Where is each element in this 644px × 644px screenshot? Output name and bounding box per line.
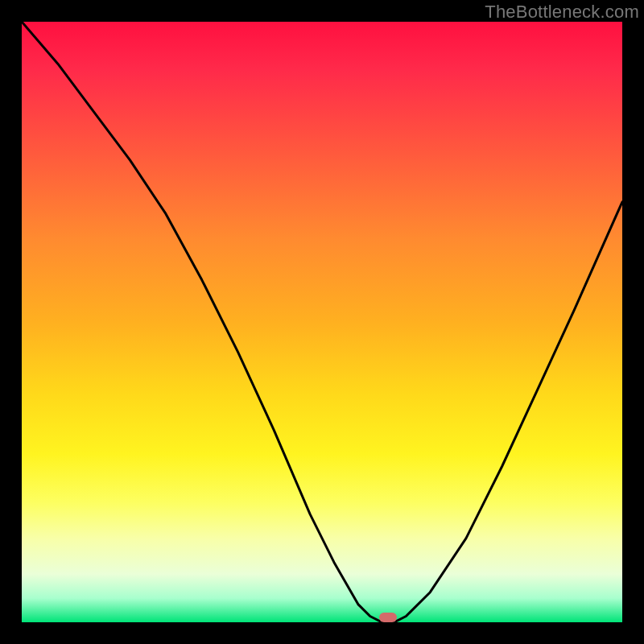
chart-frame: TheBottleneck.com xyxy=(0,0,644,644)
optimal-marker xyxy=(379,613,397,622)
bottleneck-curve xyxy=(22,22,622,622)
plot-area xyxy=(22,22,622,622)
attribution-text: TheBottleneck.com xyxy=(485,2,639,23)
